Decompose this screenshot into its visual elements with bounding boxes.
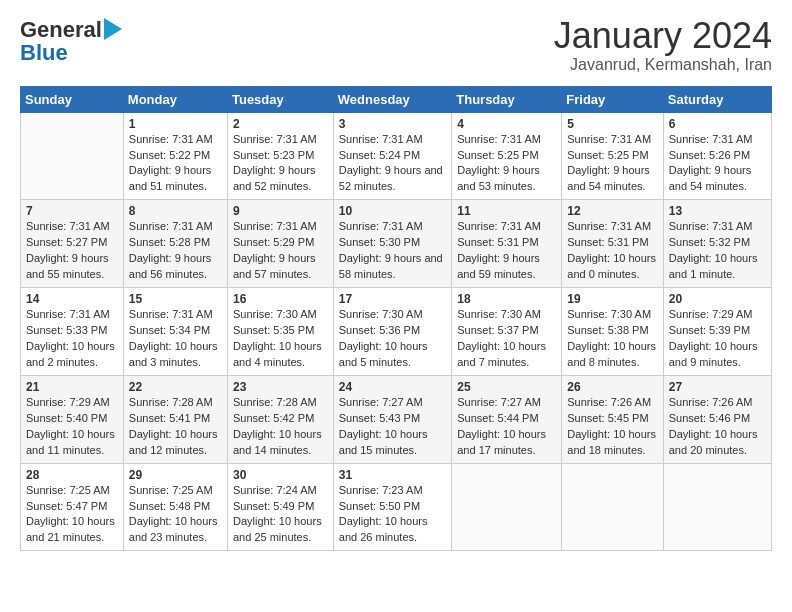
week-row-3: 14Sunrise: 7:31 AMSunset: 5:33 PMDayligh… [21,288,772,376]
col-header-monday: Monday [123,86,227,112]
cell-details: Sunrise: 7:30 AMSunset: 5:36 PMDaylight:… [339,308,428,368]
day-number: 13 [669,204,766,218]
cell-w5-d6 [562,463,663,551]
cell-w4-d3: 23Sunrise: 7:28 AMSunset: 5:42 PMDayligh… [227,375,333,463]
col-header-saturday: Saturday [663,86,771,112]
day-number: 12 [567,204,657,218]
week-row-5: 28Sunrise: 7:25 AMSunset: 5:47 PMDayligh… [21,463,772,551]
cell-details: Sunrise: 7:24 AMSunset: 5:49 PMDaylight:… [233,484,322,544]
cell-details: Sunrise: 7:26 AMSunset: 5:45 PMDaylight:… [567,396,656,456]
day-number: 10 [339,204,446,218]
month-title: January 2024 [554,16,772,56]
cell-w1-d6: 5Sunrise: 7:31 AMSunset: 5:25 PMDaylight… [562,112,663,200]
day-number: 18 [457,292,556,306]
col-header-tuesday: Tuesday [227,86,333,112]
col-header-friday: Friday [562,86,663,112]
cell-details: Sunrise: 7:31 AMSunset: 5:31 PMDaylight:… [457,220,541,280]
cell-w2-d1: 7Sunrise: 7:31 AMSunset: 5:27 PMDaylight… [21,200,124,288]
cell-details: Sunrise: 7:31 AMSunset: 5:33 PMDaylight:… [26,308,115,368]
title-block: January 2024 Javanrud, Kermanshah, Iran [554,16,772,74]
cell-w3-d5: 18Sunrise: 7:30 AMSunset: 5:37 PMDayligh… [452,288,562,376]
day-number: 14 [26,292,118,306]
cell-details: Sunrise: 7:28 AMSunset: 5:41 PMDaylight:… [129,396,218,456]
cell-details: Sunrise: 7:31 AMSunset: 5:25 PMDaylight:… [567,133,651,193]
day-number: 21 [26,380,118,394]
cell-details: Sunrise: 7:30 AMSunset: 5:38 PMDaylight:… [567,308,656,368]
cell-w1-d3: 2Sunrise: 7:31 AMSunset: 5:23 PMDaylight… [227,112,333,200]
cell-w1-d4: 3Sunrise: 7:31 AMSunset: 5:24 PMDaylight… [333,112,451,200]
week-row-2: 7Sunrise: 7:31 AMSunset: 5:27 PMDaylight… [21,200,772,288]
cell-w3-d2: 15Sunrise: 7:31 AMSunset: 5:34 PMDayligh… [123,288,227,376]
cell-w1-d5: 4Sunrise: 7:31 AMSunset: 5:25 PMDaylight… [452,112,562,200]
cell-w1-d2: 1Sunrise: 7:31 AMSunset: 5:22 PMDaylight… [123,112,227,200]
cell-w5-d3: 30Sunrise: 7:24 AMSunset: 5:49 PMDayligh… [227,463,333,551]
day-number: 7 [26,204,118,218]
day-number: 11 [457,204,556,218]
day-number: 9 [233,204,328,218]
cell-w3-d1: 14Sunrise: 7:31 AMSunset: 5:33 PMDayligh… [21,288,124,376]
logo-arrow-icon [104,18,130,40]
cell-w4-d5: 25Sunrise: 7:27 AMSunset: 5:44 PMDayligh… [452,375,562,463]
day-number: 25 [457,380,556,394]
day-number: 6 [669,117,766,131]
cell-w3-d6: 19Sunrise: 7:30 AMSunset: 5:38 PMDayligh… [562,288,663,376]
cell-w4-d7: 27Sunrise: 7:26 AMSunset: 5:46 PMDayligh… [663,375,771,463]
day-number: 30 [233,468,328,482]
cell-details: Sunrise: 7:31 AMSunset: 5:27 PMDaylight:… [26,220,110,280]
cell-details: Sunrise: 7:30 AMSunset: 5:35 PMDaylight:… [233,308,322,368]
cell-details: Sunrise: 7:31 AMSunset: 5:25 PMDaylight:… [457,133,541,193]
cell-w1-d1 [21,112,124,200]
cell-w2-d3: 9Sunrise: 7:31 AMSunset: 5:29 PMDaylight… [227,200,333,288]
cell-w4-d4: 24Sunrise: 7:27 AMSunset: 5:43 PMDayligh… [333,375,451,463]
day-number: 22 [129,380,222,394]
cell-w3-d7: 20Sunrise: 7:29 AMSunset: 5:39 PMDayligh… [663,288,771,376]
day-number: 8 [129,204,222,218]
cell-details: Sunrise: 7:31 AMSunset: 5:22 PMDaylight:… [129,133,213,193]
cell-details: Sunrise: 7:25 AMSunset: 5:48 PMDaylight:… [129,484,218,544]
cell-w3-d4: 17Sunrise: 7:30 AMSunset: 5:36 PMDayligh… [333,288,451,376]
cell-details: Sunrise: 7:30 AMSunset: 5:37 PMDaylight:… [457,308,546,368]
day-number: 1 [129,117,222,131]
location: Javanrud, Kermanshah, Iran [554,56,772,74]
col-header-sunday: Sunday [21,86,124,112]
day-number: 16 [233,292,328,306]
day-number: 26 [567,380,657,394]
day-number: 20 [669,292,766,306]
cell-details: Sunrise: 7:23 AMSunset: 5:50 PMDaylight:… [339,484,428,544]
cell-w4-d1: 21Sunrise: 7:29 AMSunset: 5:40 PMDayligh… [21,375,124,463]
cell-details: Sunrise: 7:29 AMSunset: 5:40 PMDaylight:… [26,396,115,456]
cell-w2-d2: 8Sunrise: 7:31 AMSunset: 5:28 PMDaylight… [123,200,227,288]
day-number: 15 [129,292,222,306]
cell-w1-d7: 6Sunrise: 7:31 AMSunset: 5:26 PMDaylight… [663,112,771,200]
header-row: SundayMondayTuesdayWednesdayThursdayFrid… [21,86,772,112]
day-number: 27 [669,380,766,394]
day-number: 4 [457,117,556,131]
cell-details: Sunrise: 7:31 AMSunset: 5:32 PMDaylight:… [669,220,758,280]
cell-w4-d6: 26Sunrise: 7:26 AMSunset: 5:45 PMDayligh… [562,375,663,463]
logo-blue: Blue [20,40,68,65]
cell-w2-d7: 13Sunrise: 7:31 AMSunset: 5:32 PMDayligh… [663,200,771,288]
day-number: 24 [339,380,446,394]
svg-marker-0 [104,18,122,40]
cell-details: Sunrise: 7:31 AMSunset: 5:28 PMDaylight:… [129,220,213,280]
day-number: 19 [567,292,657,306]
cell-details: Sunrise: 7:29 AMSunset: 5:39 PMDaylight:… [669,308,758,368]
logo: General Blue [20,16,130,66]
cell-details: Sunrise: 7:26 AMSunset: 5:46 PMDaylight:… [669,396,758,456]
cell-w5-d1: 28Sunrise: 7:25 AMSunset: 5:47 PMDayligh… [21,463,124,551]
cell-w5-d2: 29Sunrise: 7:25 AMSunset: 5:48 PMDayligh… [123,463,227,551]
day-number: 23 [233,380,328,394]
day-number: 2 [233,117,328,131]
cell-details: Sunrise: 7:25 AMSunset: 5:47 PMDaylight:… [26,484,115,544]
cell-w2-d6: 12Sunrise: 7:31 AMSunset: 5:31 PMDayligh… [562,200,663,288]
cell-details: Sunrise: 7:27 AMSunset: 5:43 PMDaylight:… [339,396,428,456]
day-number: 3 [339,117,446,131]
day-number: 17 [339,292,446,306]
cell-details: Sunrise: 7:31 AMSunset: 5:29 PMDaylight:… [233,220,317,280]
cell-w5-d5 [452,463,562,551]
day-number: 31 [339,468,446,482]
cell-w5-d7 [663,463,771,551]
cell-w2-d4: 10Sunrise: 7:31 AMSunset: 5:30 PMDayligh… [333,200,451,288]
cell-details: Sunrise: 7:31 AMSunset: 5:26 PMDaylight:… [669,133,753,193]
calendar-table: SundayMondayTuesdayWednesdayThursdayFrid… [20,86,772,552]
